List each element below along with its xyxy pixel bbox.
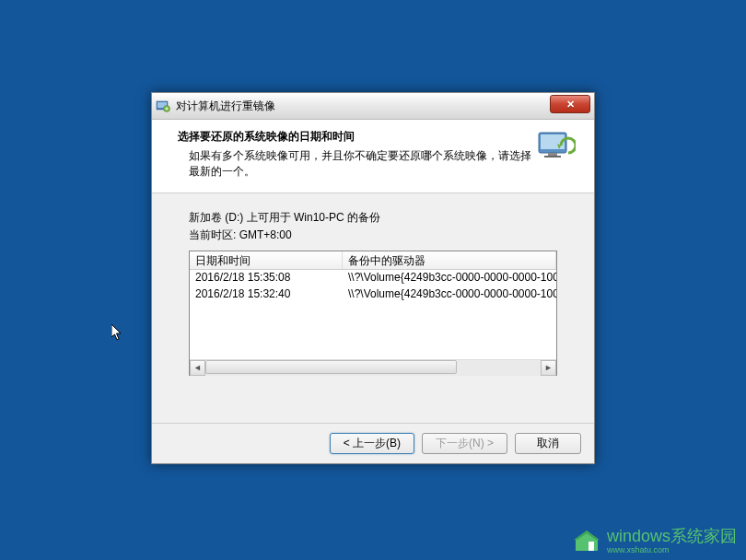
chevron-left-icon: ◄ xyxy=(193,363,202,372)
table-header: 日期和时间 备份中的驱动器 xyxy=(190,251,556,270)
watermark-text: windows系统家园 xyxy=(607,525,737,547)
backup-table: 日期和时间 备份中的驱动器 2016/2/18 15:35:08 \\?\Vol… xyxy=(189,251,557,376)
back-button[interactable]: < 上一步(B) xyxy=(330,433,414,454)
scroll-right-button[interactable]: ► xyxy=(541,360,556,376)
horizontal-scrollbar[interactable]: ◄ ► xyxy=(190,359,556,375)
cell-drives: \\?\Volume{4249b3cc-0000-0000-0000-10000… xyxy=(343,270,556,286)
cell-datetime: 2016/2/18 15:32:40 xyxy=(190,286,343,303)
header-section: 选择要还原的系统映像的日期和时间 如果有多个系统映像可用，并且你不确定要还原哪个… xyxy=(152,120,594,193)
backup-location-label: 新加卷 (D:) 上可用于 Win10-PC 的备份 xyxy=(189,210,557,226)
table-body: 2016/2/18 15:35:08 \\?\Volume{4249b3cc-0… xyxy=(190,270,556,359)
reimage-dialog: 对计算机进行重镜像 ✕ 选择要还原的系统映像的日期和时间 如果有多个系统映像可用… xyxy=(151,92,595,464)
mouse-cursor xyxy=(111,324,124,343)
cell-datetime: 2016/2/18 15:35:08 xyxy=(190,270,343,286)
close-button[interactable]: ✕ xyxy=(550,95,590,113)
scroll-track[interactable] xyxy=(205,360,541,376)
scroll-left-button[interactable]: ◄ xyxy=(190,360,205,376)
header-subtitle: 如果有多个系统映像可用，并且你不确定要还原哪个系统映像，请选择最新的一个。 xyxy=(178,148,535,180)
column-header-drives[interactable]: 备份中的驱动器 xyxy=(343,251,556,269)
watermark: windows系统家园 www.xshatu.com xyxy=(572,525,737,554)
chevron-right-icon: ► xyxy=(544,363,553,372)
watermark-text-block: windows系统家园 www.xshatu.com xyxy=(607,525,737,554)
svg-rect-7 xyxy=(589,542,594,551)
header-text: 选择要还原的系统映像的日期和时间 如果有多个系统映像可用，并且你不确定要还原哪个… xyxy=(167,129,535,180)
svg-rect-5 xyxy=(548,153,557,156)
cell-drives: \\?\Volume{4249b3cc-0000-0000-0000-10000… xyxy=(343,286,556,303)
close-icon: ✕ xyxy=(566,99,575,111)
button-bar: < 上一步(B) 下一步(N) > 取消 xyxy=(152,423,594,463)
header-title: 选择要还原的系统映像的日期和时间 xyxy=(178,129,535,145)
titlebar-text: 对计算机进行重镜像 xyxy=(176,99,275,114)
monitor-restore-icon xyxy=(535,129,576,166)
content-section: 新加卷 (D:) 上可用于 Win10-PC 的备份 当前时区: GMT+8:0… xyxy=(152,193,594,385)
scroll-thumb[interactable] xyxy=(205,360,457,374)
svg-rect-6 xyxy=(544,156,561,158)
next-button: 下一步(N) > xyxy=(422,433,507,454)
titlebar[interactable]: 对计算机进行重镜像 ✕ xyxy=(152,93,594,120)
table-row[interactable]: 2016/2/18 15:32:40 \\?\Volume{4249b3cc-0… xyxy=(190,286,556,303)
table-row[interactable]: 2016/2/18 15:35:08 \\?\Volume{4249b3cc-0… xyxy=(190,270,556,286)
app-icon xyxy=(156,99,170,113)
watermark-logo-icon xyxy=(572,527,601,553)
column-header-datetime[interactable]: 日期和时间 xyxy=(190,251,343,269)
timezone-label: 当前时区: GMT+8:00 xyxy=(189,228,557,243)
cancel-button[interactable]: 取消 xyxy=(515,433,581,454)
